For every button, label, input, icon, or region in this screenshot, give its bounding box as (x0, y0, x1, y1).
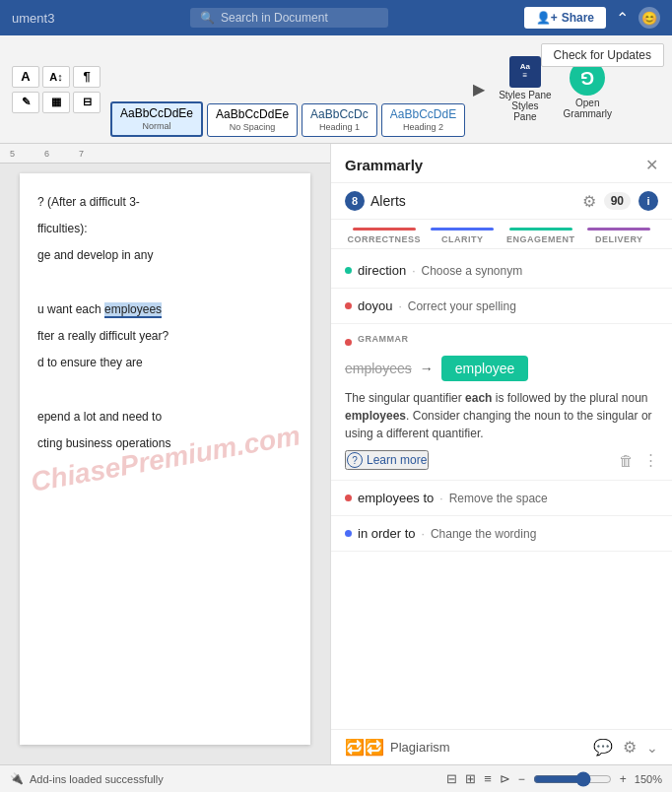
ribbon: A A↕ ¶ ✎ ▦ ⊟ AaBbCcDdEe Normal AaBbCcDdE… (0, 35, 672, 144)
grammarly-panel: Grammarly ✕ 8 Alerts ⚙ 90 i CORRECTNESS … (330, 144, 672, 764)
title-bar-right: 👤+ Share ⌃ 😊 (524, 7, 660, 29)
alert-desc-doyou: Correct your spelling (408, 299, 516, 313)
correction-row: employees → employee (345, 356, 658, 381)
info-icon[interactable]: i (638, 191, 658, 211)
alert-dot-doyou (345, 302, 352, 309)
style-cards-group: AaBbCcDdEe Normal AaBbCcDdEe No Spacing … (110, 41, 489, 137)
layout-view-button[interactable]: ⊟ (446, 771, 457, 786)
alerts-list: direction · Choose a synonym doyou · Cor… (331, 249, 672, 729)
alert-sep-direction: · (412, 264, 415, 278)
doc-line-10: cting business operations (37, 434, 293, 453)
correction-arrow: → (420, 361, 434, 376)
category-engagement: ENGAGEMENT (502, 228, 580, 244)
delivery-line (587, 228, 650, 231)
plagiarism-button[interactable]: 🔁🔁 Plagiarism (345, 738, 450, 757)
score-badge: 90 (604, 192, 631, 210)
panel-icon-row: ⚙ 90 i (582, 191, 658, 211)
engagement-line (509, 228, 572, 231)
category-correctness: CORRECTNESS (345, 228, 424, 244)
learn-more-button[interactable]: ? Learn more (345, 450, 429, 470)
zoom-slider[interactable] (533, 771, 612, 787)
style-no-spacing[interactable]: AaBbCcDdEe No Spacing (207, 103, 298, 137)
title-bar: ument3 🔍 👤+ Share ⌃ 😊 (0, 0, 672, 35)
style-heading1[interactable]: AaBbCcDc Heading 1 (302, 103, 377, 137)
style-heading2[interactable]: AaBbCcDdE Heading 2 (381, 103, 465, 137)
search-icon: 🔍 (200, 11, 215, 25)
style-no-spacing-preview: AaBbCcDdEe (216, 108, 289, 120)
style-heading1-label: Heading 1 (319, 122, 360, 132)
font-tools: A A↕ ¶ ✎ ▦ ⊟ (8, 62, 104, 117)
grammar-explanation: The singular quantifier each is followed… (345, 389, 658, 442)
doc-line-6: fter a really difficult year? (37, 327, 293, 346)
style-heading2-label: Heading 2 (403, 122, 443, 132)
alert-count-badge: 8 (345, 191, 365, 211)
user-avatar[interactable]: 😊 (638, 7, 660, 29)
plagiarism-icon: 🔁🔁 (345, 738, 384, 757)
style-normal[interactable]: AaBbCcDdEe Normal (110, 101, 203, 137)
alert-keyword-direction: direction (358, 263, 406, 278)
highlighted-word: employees (104, 302, 162, 318)
alert-item-direction[interactable]: direction · Choose a synonym (331, 253, 672, 289)
search-bar[interactable]: 🔍 (190, 8, 388, 28)
document-area: 5 6 7 ? (After a difficult 3- fficulties… (0, 144, 330, 764)
suggestion-button[interactable]: employee (441, 356, 529, 381)
alert-item-in-order-to[interactable]: in order to · Change the wording (331, 516, 672, 552)
style-no-spacing-label: No Spacing (230, 122, 276, 132)
settings-icon[interactable]: ⚙ (582, 192, 596, 211)
close-panel-button[interactable]: ✕ (645, 156, 658, 174)
open-grammarly-button[interactable]: OpenGrammarly (564, 98, 612, 119)
style-heading2-preview: AaBbCcDdE (390, 108, 456, 120)
font-size-button[interactable]: A↕ (42, 66, 70, 88)
ruler: 5 6 7 (0, 144, 330, 164)
alert-desc-in-order-to: Change the wording (431, 527, 536, 541)
card-action-icons: 🗑 ⋮ (619, 451, 658, 469)
grammar-tag: GRAMMAR (358, 334, 409, 344)
zoom-minus-icon: − (518, 772, 525, 786)
delete-suggestion-button[interactable]: 🗑 (619, 451, 634, 469)
alert-keyword-doyou: doyou (358, 298, 392, 313)
alert-desc-direction: Choose a synonym (421, 264, 522, 278)
doc-line-7: d to ensure they are (37, 354, 293, 372)
panel-header: Grammarly ✕ (331, 144, 672, 183)
category-clarity: CLARITY (424, 228, 503, 244)
styles-pane-icon: Aa≡ (509, 56, 541, 88)
shading-button[interactable]: ▦ (42, 92, 70, 113)
chat-icon[interactable]: 💬 (593, 738, 613, 757)
alert-desc-employees-to: Remove the space (449, 492, 548, 505)
border-button[interactable]: ⊟ (73, 92, 101, 113)
check-updates-button[interactable]: Check for Updates (541, 43, 664, 67)
more-options-button[interactable]: ⋮ (643, 451, 658, 469)
style-normal-label: Normal (143, 121, 171, 131)
footer-settings-icon[interactable]: ⚙ (623, 738, 637, 757)
styles-pane-button[interactable]: Styles Pane (499, 90, 551, 100)
read-view-button[interactable]: ⊳ (500, 771, 510, 786)
correctness-line (353, 228, 416, 231)
zoom-plus-icon: + (620, 772, 627, 786)
alert-item-employees-to[interactable]: employees to · Remove the space (331, 481, 672, 516)
highlight-button[interactable]: ✎ (12, 92, 39, 113)
status-text: Add-ins loaded successfully (30, 773, 164, 785)
alert-keyword-employees-to: employees to (358, 491, 434, 505)
search-input[interactable] (221, 11, 378, 25)
status-right: ⊟ ⊞ ≡ ⊳ − + 150% (446, 771, 662, 787)
print-view-button[interactable]: ≡ (484, 771, 492, 786)
status-bar: 🔌 Add-ins loaded successfully ⊟ ⊞ ≡ ⊳ − … (0, 764, 672, 792)
share-button[interactable]: 👤+ Share (524, 7, 606, 29)
page-view-button[interactable]: ⊞ (465, 771, 476, 786)
zoom-level: 150% (635, 773, 662, 785)
panel-title: Grammarly (345, 157, 423, 173)
doc-line-4 (37, 274, 293, 293)
grammar-card: GRAMMAR employees → employee The singula… (331, 324, 672, 481)
alert-item-doyou[interactable]: doyou · Correct your spelling (331, 289, 672, 324)
more-styles-button[interactable]: ▶ (469, 78, 489, 100)
chevron-up-icon[interactable]: ⌃ (616, 9, 629, 28)
grammar-dot (345, 339, 352, 346)
alert-dot-in-order-to (345, 530, 352, 537)
paragraph-button[interactable]: ¶ (73, 66, 101, 88)
original-word: employees (345, 361, 412, 376)
alert-keyword-in-order-to: in order to (358, 526, 416, 541)
alert-sep-doyou: · (398, 299, 401, 313)
font-color-button[interactable]: A (12, 66, 39, 88)
doc-line-2: fficulties): (37, 220, 293, 238)
alerts-label: Alerts (370, 193, 406, 209)
